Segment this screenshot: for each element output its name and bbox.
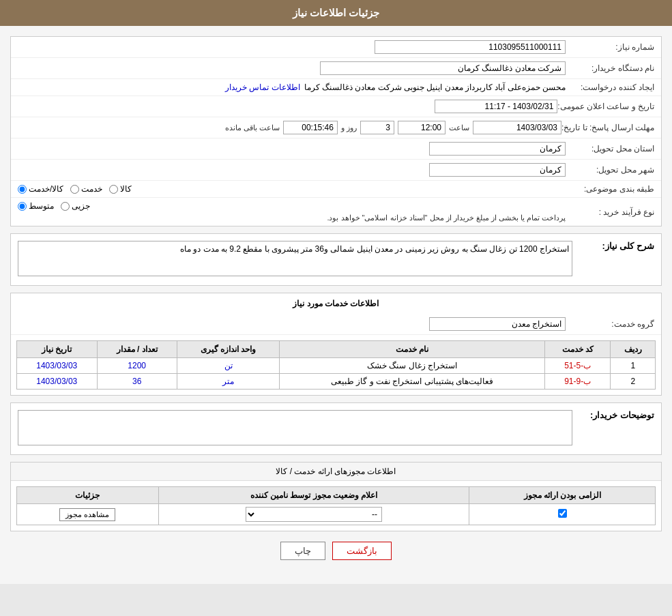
cell-code-1: ب-5-51 xyxy=(544,358,611,374)
main-content: شماره نیاز: نام دستگاه خریدار: ایجاد کنن… xyxy=(0,26,672,584)
services-section: اطلاعات خدمات مورد نیاز گروه خدمت: ردیف … xyxy=(10,293,662,396)
buyer-notes-value xyxy=(18,410,572,448)
category-khadamat-item: خدمت xyxy=(70,184,102,194)
col-header-name: نام خدمت xyxy=(280,341,545,358)
buyer-org-label: نام دستگاه خریدار: xyxy=(566,63,654,73)
process-label: نوع فرآیند خرید : xyxy=(566,207,654,217)
category-khadamat-label: خدمت xyxy=(81,184,102,194)
col-license-required: الزامی بودن ارائه مجوز xyxy=(469,487,656,504)
city-input[interactable] xyxy=(429,163,566,177)
page-title: جزئیات اطلاعات نیاز xyxy=(293,7,379,18)
services-table: ردیف کد خدمت نام خدمت واحد اندازه گیری ت… xyxy=(16,340,656,390)
creator-row: ایجاد کننده درخواست: محسن حمزه‌علی آباد … xyxy=(11,79,661,96)
buyer-notes-textarea[interactable] xyxy=(18,410,572,445)
view-license-button[interactable]: مشاهده مجوز xyxy=(59,508,115,521)
category-kala-label: کالا xyxy=(120,184,132,194)
category-label: طبقه بندی موضوعی: xyxy=(566,184,654,194)
services-table-wrapper: ردیف کد خدمت نام خدمت واحد اندازه گیری ت… xyxy=(11,335,661,395)
table-row: -- مشاهده مجوز xyxy=(17,504,656,525)
services-title: اطلاعات خدمات مورد نیاز xyxy=(11,299,661,308)
cell-amount-2: 36 xyxy=(97,374,177,390)
province-input[interactable] xyxy=(429,142,566,156)
deadline-value: ساعت روز و ساعت باقی مانده xyxy=(18,121,561,134)
need-number-row: شماره نیاز: xyxy=(11,37,661,58)
col-header-unit: واحد اندازه گیری xyxy=(177,341,279,358)
announce-value xyxy=(18,100,557,113)
deadline-time-input[interactable] xyxy=(398,121,445,134)
category-radios: کالا خدمت کالا/خدمت xyxy=(18,184,566,194)
col-header-amount: تعداد / مقدار xyxy=(97,341,177,358)
creator-contact-link[interactable]: اطلاعات تماس خریدار xyxy=(225,83,300,92)
table-row: 1 ب-5-51 استخراج زغال سنگ خشک تن 1200 14… xyxy=(17,358,656,374)
announce-input[interactable] xyxy=(435,100,557,113)
city-row: شهر محل تحویل: xyxy=(11,160,661,181)
col-header-date: تاریخ نیاز xyxy=(17,341,98,358)
buyer-org-input[interactable] xyxy=(320,61,566,75)
licenses-table-wrapper: الزامی بودن ارائه مجوز اعلام وضعیت مجوز … xyxy=(11,481,661,531)
cell-date-2: 1403/03/03 xyxy=(17,374,98,390)
time-label: ساعت xyxy=(449,123,469,132)
buyer-org-value xyxy=(18,61,566,75)
cell-name-2: فعالیت‌های پشتیبانی استخراج نفت و گاز طب… xyxy=(280,374,545,390)
back-button[interactable]: بازگشت xyxy=(332,542,392,560)
province-row: استان محل تحویل: xyxy=(11,138,661,160)
cell-row-2: 2 xyxy=(611,374,656,390)
creator-value: محسن حمزه‌علی آباد کاربرداز معدن اینیل ج… xyxy=(18,83,566,92)
table-row: 2 ب-9-91 فعالیت‌های پشتیبانی استخراج نفت… xyxy=(17,374,656,390)
city-label: شهر محل تحویل: xyxy=(566,165,654,175)
province-value xyxy=(18,142,566,156)
need-desc-section: شرح کلی نیاز: xyxy=(10,233,662,286)
buyer-notes-section: توضیحات خریدار: xyxy=(10,402,662,455)
cell-license-status: -- xyxy=(158,504,469,525)
licenses-section: اطلاعات مجوزهای ارائه خدمت / کالا الزامی… xyxy=(10,462,662,531)
deadline-days-input[interactable] xyxy=(360,121,394,134)
process-jozvi-radio[interactable] xyxy=(61,202,70,211)
category-kala-khadamat-label: کالا/خدمت xyxy=(29,184,63,194)
need-number-value xyxy=(18,40,566,54)
process-jozvi-label: جزیی xyxy=(72,201,90,211)
category-kala-radio[interactable] xyxy=(109,185,118,194)
page-header-bar: جزئیات اطلاعات نیاز xyxy=(0,0,672,26)
page-wrapper: جزئیات اطلاعات نیاز شماره نیاز: نام دستگ… xyxy=(0,0,672,584)
need-desc-value xyxy=(18,241,572,278)
licenses-table: الزامی بودن ارائه مجوز اعلام وضعیت مجوز … xyxy=(16,486,656,525)
deadline-remaining-input[interactable] xyxy=(283,121,338,134)
buyer-notes-label: توضیحات خریدار: xyxy=(579,410,654,420)
need-number-input[interactable] xyxy=(375,40,566,54)
process-motavaset-item: متوسط xyxy=(18,201,54,211)
print-button[interactable]: چاپ xyxy=(280,542,325,560)
process-motavaset-radio[interactable] xyxy=(18,202,27,211)
service-group-label: گروه خدمت: xyxy=(566,319,654,329)
announce-row: تاریخ و ساعت اعلان عمومی: xyxy=(11,96,661,117)
cell-unit-2: متر xyxy=(177,374,279,390)
need-desc-textarea[interactable] xyxy=(18,241,572,276)
process-jozvi-item: جزیی xyxy=(61,201,90,211)
category-khadamat-radio[interactable] xyxy=(70,185,79,194)
main-info-section: شماره نیاز: نام دستگاه خریدار: ایجاد کنن… xyxy=(10,36,662,226)
creator-label: ایجاد کننده درخواست: xyxy=(566,83,654,92)
license-status-select[interactable]: -- xyxy=(246,507,382,522)
announce-label: تاریخ و ساعت اعلان عمومی: xyxy=(557,102,654,111)
process-value: جزیی متوسط پرداخت تمام یا بخشی از مبلغ خ… xyxy=(18,201,566,222)
licenses-header-row: الزامی بودن ارائه مجوز اعلام وضعیت مجوز … xyxy=(17,487,656,504)
cell-code-2: ب-9-91 xyxy=(544,374,611,390)
services-table-header-row: ردیف کد خدمت نام خدمت واحد اندازه گیری ت… xyxy=(17,341,656,358)
cell-license-details: مشاهده مجوز xyxy=(17,504,159,525)
cell-name-1: استخراج زغال سنگ خشک xyxy=(280,358,545,374)
remaining-label: ساعت باقی مانده xyxy=(225,123,280,132)
cell-license-required xyxy=(469,504,656,525)
deadline-date-input[interactable] xyxy=(473,121,561,134)
buyer-org-row: نام دستگاه خریدار: xyxy=(11,58,661,79)
creator-text: محسن حمزه‌علی آباد کاربرداز معدن اینیل ج… xyxy=(304,83,566,92)
city-value xyxy=(18,163,566,177)
category-kala-khadamat-radio[interactable] xyxy=(18,185,27,194)
license-required-checkbox[interactable] xyxy=(558,509,567,518)
col-license-status: اعلام وضعیت مجوز توسط نامین کننده xyxy=(158,487,469,504)
services-table-body: 1 ب-5-51 استخراج زغال سنگ خشک تن 1200 14… xyxy=(17,358,656,390)
service-group-input[interactable] xyxy=(429,317,566,331)
cell-date-1: 1403/03/03 xyxy=(17,358,98,374)
cell-amount-1: 1200 xyxy=(97,358,177,374)
col-header-row: ردیف xyxy=(611,341,656,358)
col-header-code: کد خدمت xyxy=(544,341,611,358)
licenses-table-body: -- مشاهده مجوز xyxy=(17,504,656,525)
